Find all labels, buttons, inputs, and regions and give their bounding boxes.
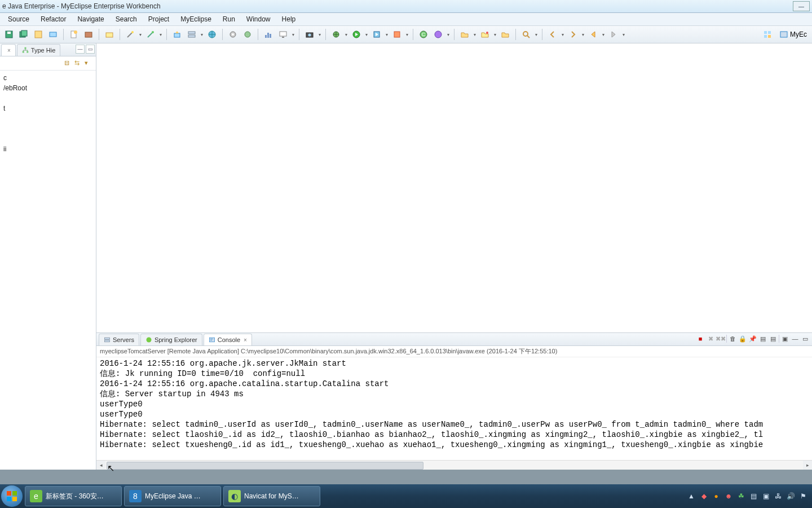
monitor-button[interactable]	[276, 28, 290, 41]
back-button[interactable]	[586, 28, 600, 41]
nav-prev-button[interactable]	[546, 28, 559, 41]
gear2-button[interactable]	[241, 28, 254, 41]
chart-button[interactable]	[262, 28, 275, 41]
globe-button[interactable]	[205, 28, 219, 41]
nav-next-button[interactable]	[566, 28, 580, 41]
dropdown-arrow-icon[interactable]: ▾	[446, 28, 451, 41]
tray-icon[interactable]: ▣	[761, 492, 770, 501]
tray-icon[interactable]: ◆	[699, 492, 708, 501]
open-folder2-button[interactable]	[478, 28, 492, 41]
dropdown-arrow-icon[interactable]: ▾	[581, 28, 585, 41]
scrollbar-thumb[interactable]	[107, 462, 423, 470]
maximize-view-icon[interactable]: ▭	[86, 45, 95, 54]
taskbar-item-myeclipse[interactable]: 8 MyEclipse Java …	[124, 486, 221, 506]
menu-refactor[interactable]: Refactor	[35, 14, 72, 24]
tab-close-icon[interactable]: ×	[244, 337, 247, 343]
tab-spring-explorer[interactable]: Spring Explorer	[140, 334, 202, 345]
camera-button[interactable]	[303, 28, 316, 41]
menu-help[interactable]: Help	[276, 14, 302, 24]
dropdown-arrow-icon[interactable]: ▾	[138, 28, 143, 41]
save-button[interactable]	[2, 28, 16, 41]
dropdown-arrow-icon[interactable]: ▾	[621, 28, 626, 41]
tray-icon[interactable]: ▲	[687, 492, 696, 501]
link-editor-icon[interactable]: ⇆	[74, 59, 82, 67]
view-menu-icon[interactable]: ▾	[85, 59, 92, 67]
save-all-button[interactable]	[17, 28, 30, 41]
gear-button[interactable]	[226, 28, 240, 41]
open-folder3-button[interactable]	[498, 28, 512, 41]
dropdown-arrow-icon[interactable]: ▾	[344, 28, 348, 41]
menu-window[interactable]: Window	[241, 14, 276, 24]
debug-button[interactable]	[329, 28, 343, 41]
perspective-myeclipse[interactable]: MyEc	[776, 28, 810, 41]
open-folder-button[interactable]	[458, 28, 471, 41]
taskbar-item-browser[interactable]: e 新标签页 - 360安…	[25, 486, 122, 506]
dropdown-arrow-icon[interactable]: ▾	[291, 28, 295, 41]
menu-project[interactable]: Project	[143, 14, 175, 24]
dropdown-arrow-icon[interactable]: ▾	[601, 28, 606, 41]
pin-console-icon[interactable]: 📌	[748, 334, 757, 343]
dropdown-arrow-icon[interactable]: ▾	[317, 28, 322, 41]
menu-navigate[interactable]: Navigate	[72, 14, 109, 24]
tray-action-center-icon[interactable]: ⚑	[798, 492, 807, 501]
console-horizontal-scrollbar[interactable]: ◂ ▸	[96, 460, 812, 470]
new-class-button[interactable]: C	[417, 28, 430, 41]
external-tools-button[interactable]	[390, 28, 404, 41]
forward-button[interactable]	[607, 28, 620, 41]
tree-item[interactable]: ii	[3, 144, 92, 154]
new-file-button[interactable]	[67, 28, 81, 41]
tree-item[interactable]: /ebRoot	[3, 83, 92, 93]
new-interface-button[interactable]	[431, 28, 445, 41]
clear-console-icon[interactable]: 🗑	[728, 334, 737, 343]
tab-servers[interactable]: Servers	[99, 334, 139, 345]
menu-source[interactable]: Source	[2, 14, 35, 24]
wand2-button[interactable]	[144, 28, 157, 41]
tray-volume-icon[interactable]: 🔊	[786, 492, 795, 501]
remove-launch-icon[interactable]: ✖	[706, 334, 715, 343]
menu-run[interactable]: Run	[217, 14, 241, 24]
tray-network-icon[interactable]: 🖧	[774, 492, 783, 501]
collapse-all-icon[interactable]: ⊟	[64, 59, 72, 67]
display-selected-console-icon[interactable]: ▤	[758, 334, 767, 343]
scroll-right-icon[interactable]: ▸	[803, 461, 812, 470]
open-console-icon[interactable]: ▤	[769, 334, 778, 343]
scroll-lock-icon[interactable]: 🔒	[738, 334, 747, 343]
dropdown-arrow-icon[interactable]: ▾	[534, 28, 539, 41]
new-package-button[interactable]	[82, 28, 95, 41]
maximize-view-icon[interactable]: ▭	[801, 334, 810, 343]
deploy-button[interactable]	[170, 28, 184, 41]
scroll-left-icon[interactable]: ◂	[96, 461, 105, 470]
toolbar-icon-4[interactable]	[46, 28, 60, 41]
remove-all-launch-icon[interactable]: ✖✖	[716, 334, 725, 343]
tray-icon[interactable]: ▤	[749, 492, 758, 501]
minimize-button[interactable]: —	[793, 1, 810, 11]
tree-item[interactable]: c	[3, 73, 92, 83]
server-button[interactable]	[185, 28, 198, 41]
dropdown-arrow-icon[interactable]: ▾	[493, 28, 497, 41]
menu-myeclipse[interactable]: MyEclipse	[175, 14, 217, 24]
open-type-button[interactable]	[103, 28, 116, 41]
terminate-icon[interactable]: ■	[696, 334, 705, 343]
tray-icon[interactable]: ●	[712, 492, 721, 501]
tab-close-icon[interactable]: ×	[7, 47, 11, 54]
dropdown-arrow-icon[interactable]: ▾	[200, 28, 204, 41]
menu-search[interactable]: Search	[110, 14, 143, 24]
run-button[interactable]	[350, 28, 363, 41]
dropdown-arrow-icon[interactable]: ▾	[405, 28, 409, 41]
open-perspective-button[interactable]	[761, 28, 774, 41]
start-button[interactable]	[1, 485, 23, 507]
toolbar-icon-3[interactable]	[32, 28, 45, 41]
console-output[interactable]: 2016-1-24 12:55:16 org.apache.jk.server.…	[96, 357, 812, 460]
tab-console[interactable]: Console ×	[204, 334, 252, 345]
run-last-button[interactable]	[370, 28, 383, 41]
taskbar-item-navicat[interactable]: ◐ Navicat for MyS…	[223, 486, 320, 506]
search-button[interactable]	[519, 28, 533, 41]
dropdown-arrow-icon[interactable]: ▾	[364, 28, 369, 41]
minimize-view-icon[interactable]: —	[791, 334, 800, 343]
new-console-view-icon[interactable]: ▣	[780, 334, 789, 343]
dropdown-arrow-icon[interactable]: ▾	[473, 28, 477, 41]
minimize-view-icon[interactable]: —	[76, 45, 85, 54]
left-tab-active[interactable]: ×	[1, 44, 16, 56]
tray-icon[interactable]: ☻	[724, 492, 733, 501]
dropdown-arrow-icon[interactable]: ▾	[158, 28, 163, 41]
